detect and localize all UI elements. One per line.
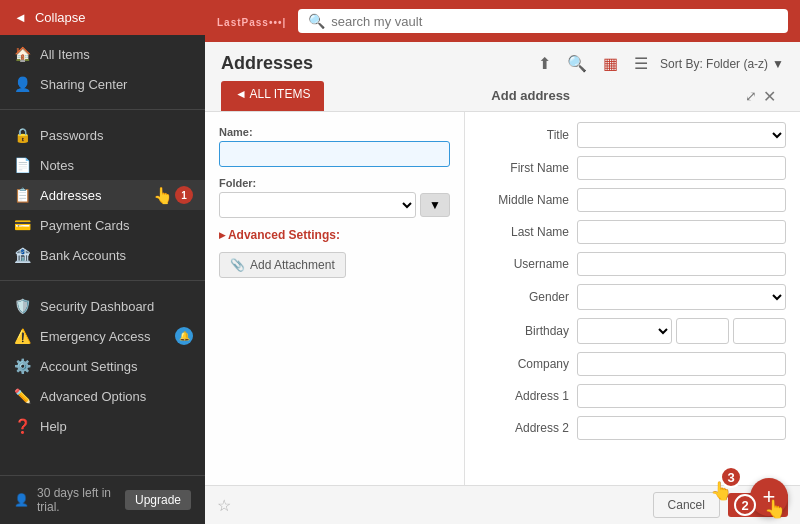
- birthday-month-select[interactable]: [577, 318, 672, 344]
- emergency-badge: 🔔: [175, 327, 193, 345]
- sidebar-item-label: All Items: [40, 47, 90, 62]
- search-input[interactable]: [331, 14, 778, 29]
- first-name-input[interactable]: [577, 156, 786, 180]
- folder-select[interactable]: [219, 192, 416, 218]
- address1-input[interactable]: [577, 384, 786, 408]
- advanced-icon: ✏️: [14, 388, 30, 404]
- sidebar-item-passwords[interactable]: 🔒 Passwords: [0, 120, 205, 150]
- sidebar-item-label: Emergency Access: [40, 329, 151, 344]
- home-icon: 🏠: [14, 46, 30, 62]
- upload-button[interactable]: ⬆: [534, 52, 555, 75]
- note-icon: 📄: [14, 157, 30, 173]
- middle-name-input[interactable]: [577, 188, 786, 212]
- table-nav: ◄ ALL ITEMS Add address ⤢ ✕: [205, 81, 800, 112]
- sidebar-item-payment-cards[interactable]: 💳 Payment Cards: [0, 210, 205, 240]
- sidebar-item-addresses[interactable]: 📋 Addresses 1 👆: [0, 180, 205, 210]
- sidebar-item-advanced-options[interactable]: ✏️ Advanced Options: [0, 381, 205, 411]
- company-row: Company: [479, 352, 786, 376]
- help-icon: ❓: [14, 418, 30, 434]
- sidebar-item-label: Account Settings: [40, 359, 138, 374]
- middle-name-row: Middle Name: [479, 188, 786, 212]
- close-button[interactable]: ✕: [763, 87, 776, 106]
- sort-label: Sort By: Folder (a-z): [660, 57, 768, 71]
- company-input[interactable]: [577, 352, 786, 376]
- birthday-row: Birthday: [479, 318, 786, 344]
- sidebar-item-label: Security Dashboard: [40, 299, 154, 314]
- address2-label: Address 2: [479, 421, 569, 435]
- card-icon: 💳: [14, 217, 30, 233]
- cursor-fab-icon: 👆: [764, 498, 786, 520]
- sort-button[interactable]: Sort By: Folder (a-z) ▼: [660, 57, 784, 71]
- zoom-button[interactable]: 🔍: [563, 52, 591, 75]
- add-address-tab-label: Add address: [491, 88, 570, 103]
- expand-button[interactable]: ⤢: [745, 88, 757, 104]
- sidebar-item-help[interactable]: ❓ Help: [0, 411, 205, 441]
- sidebar-item-emergency-access[interactable]: ⚠️ Emergency Access 🔔: [0, 321, 205, 351]
- birthday-year-input[interactable]: [733, 318, 786, 344]
- sidebar-main-section: 🏠 All Items 👤 Sharing Center: [0, 35, 205, 103]
- add-attachment-button[interactable]: 📎 Add Attachment: [219, 252, 346, 278]
- folder-dropdown-btn[interactable]: ▼: [420, 193, 450, 217]
- middle-name-label: Middle Name: [479, 193, 569, 207]
- username-row: Username: [479, 252, 786, 276]
- topbar: LastPass•••| 🔍: [205, 0, 800, 42]
- title-row: Title: [479, 122, 786, 148]
- first-name-label: First Name: [479, 161, 569, 175]
- right-panel: Title First Name Middle Name Last Name U…: [465, 112, 800, 485]
- sidebar-tools-section: 🛡️ Security Dashboard ⚠️ Emergency Acces…: [0, 287, 205, 445]
- name-input[interactable]: [219, 141, 450, 167]
- sidebar-divider-1: [0, 109, 205, 110]
- sidebar-item-all-items[interactable]: 🏠 All Items: [0, 39, 205, 69]
- lastpass-logo: LastPass•••|: [217, 12, 286, 30]
- favorite-button[interactable]: ☆: [217, 496, 231, 515]
- sidebar-collapse-btn[interactable]: ◄ Collapse: [0, 0, 205, 35]
- sidebar-item-label: Passwords: [40, 128, 104, 143]
- sidebar-item-notes[interactable]: 📄 Notes: [0, 150, 205, 180]
- username-input[interactable]: [577, 252, 786, 276]
- sidebar-item-label: Advanced Options: [40, 389, 146, 404]
- sidebar-item-label: Notes: [40, 158, 74, 173]
- birthday-label: Birthday: [479, 324, 569, 338]
- sidebar-item-label: Help: [40, 419, 67, 434]
- sidebar-item-account-settings[interactable]: ⚙️ Account Settings: [0, 351, 205, 381]
- collapse-label: Collapse: [35, 10, 86, 25]
- sidebar-item-bank-accounts[interactable]: 🏦 Bank Accounts: [0, 240, 205, 270]
- birthday-fields: [577, 318, 786, 344]
- attachment-label: Add Attachment: [250, 258, 335, 272]
- address1-row: Address 1: [479, 384, 786, 408]
- logo-text: LastPass: [217, 17, 269, 28]
- sidebar-item-sharing-center[interactable]: 👤 Sharing Center: [0, 69, 205, 99]
- trial-text: 30 days left in trial.: [37, 486, 117, 514]
- sidebar-item-label: Addresses: [40, 188, 101, 203]
- sidebar-item-label: Bank Accounts: [40, 248, 126, 263]
- header-actions: ⬆ 🔍 ▦ ☰ Sort By: Folder (a-z) ▼: [534, 52, 784, 75]
- attachment-icon: 📎: [230, 258, 245, 272]
- cursor-icon: 👆: [153, 186, 173, 205]
- panel-controls: ⤢ ✕: [737, 81, 784, 111]
- add-address-container: Name: Folder: ▼ ▸ Advanced Settings: 📎 A…: [205, 112, 800, 485]
- last-name-input[interactable]: [577, 220, 786, 244]
- sidebar-item-security-dashboard[interactable]: 🛡️ Security Dashboard: [0, 291, 205, 321]
- emergency-icon: ⚠️: [14, 328, 30, 344]
- content-header: Addresses ⬆ 🔍 ▦ ☰ Sort By: Folder (a-z) …: [205, 42, 800, 81]
- list-view-button[interactable]: ☰: [630, 52, 652, 75]
- upgrade-button[interactable]: Upgrade: [125, 490, 191, 510]
- shield-icon: 🛡️: [14, 298, 30, 314]
- sidebar: ◄ Collapse 🏠 All Items 👤 Sharing Center …: [0, 0, 205, 524]
- address2-input[interactable]: [577, 416, 786, 440]
- advanced-settings-toggle[interactable]: ▸ Advanced Settings:: [219, 228, 450, 242]
- address2-row: Address 2: [479, 416, 786, 440]
- bottom-left: ☆: [217, 496, 231, 515]
- first-name-row: First Name: [479, 156, 786, 180]
- title-select[interactable]: [577, 122, 786, 148]
- sort-chevron-icon: ▼: [772, 57, 784, 71]
- arrow-left-icon: ◄: [14, 10, 27, 25]
- gender-row: Gender: [479, 284, 786, 310]
- grid-view-button[interactable]: ▦: [599, 52, 622, 75]
- tab-all-items[interactable]: ◄ ALL ITEMS: [221, 81, 324, 111]
- gender-select[interactable]: [577, 284, 786, 310]
- birthday-day-input[interactable]: [676, 318, 729, 344]
- title-label: Title: [479, 128, 569, 142]
- search-bar[interactable]: 🔍: [298, 9, 788, 33]
- username-label: Username: [479, 257, 569, 271]
